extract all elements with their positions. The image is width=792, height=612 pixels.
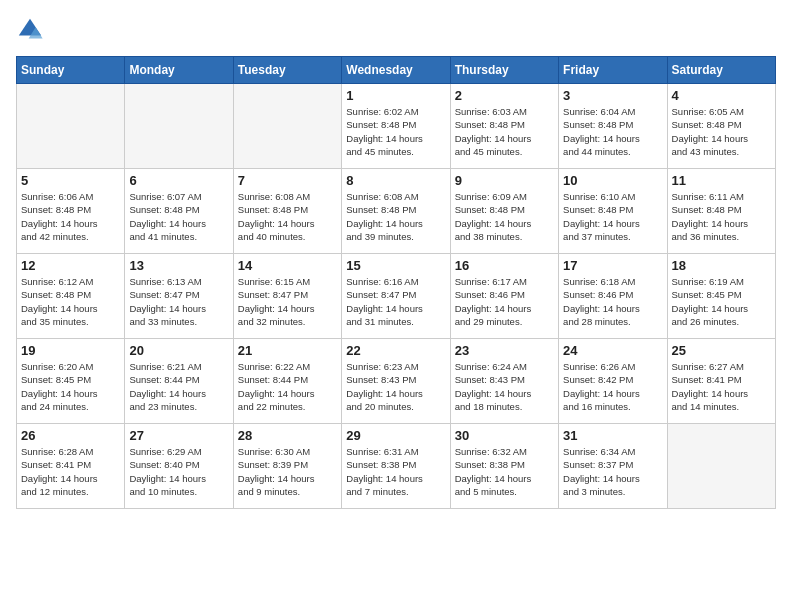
day-info: Sunrise: 6:21 AM Sunset: 8:44 PM Dayligh…: [129, 360, 228, 413]
day-number: 20: [129, 343, 228, 358]
calendar-cell: 10Sunrise: 6:10 AM Sunset: 8:48 PM Dayli…: [559, 169, 667, 254]
calendar-cell: 20Sunrise: 6:21 AM Sunset: 8:44 PM Dayli…: [125, 339, 233, 424]
day-header: Saturday: [667, 57, 775, 84]
day-info: Sunrise: 6:23 AM Sunset: 8:43 PM Dayligh…: [346, 360, 445, 413]
day-number: 15: [346, 258, 445, 273]
day-info: Sunrise: 6:03 AM Sunset: 8:48 PM Dayligh…: [455, 105, 554, 158]
calendar-cell: 8Sunrise: 6:08 AM Sunset: 8:48 PM Daylig…: [342, 169, 450, 254]
day-number: 31: [563, 428, 662, 443]
day-info: Sunrise: 6:16 AM Sunset: 8:47 PM Dayligh…: [346, 275, 445, 328]
day-info: Sunrise: 6:18 AM Sunset: 8:46 PM Dayligh…: [563, 275, 662, 328]
day-header: Sunday: [17, 57, 125, 84]
calendar-cell: 28Sunrise: 6:30 AM Sunset: 8:39 PM Dayli…: [233, 424, 341, 509]
day-header: Thursday: [450, 57, 558, 84]
day-info: Sunrise: 6:34 AM Sunset: 8:37 PM Dayligh…: [563, 445, 662, 498]
calendar-cell: 16Sunrise: 6:17 AM Sunset: 8:46 PM Dayli…: [450, 254, 558, 339]
calendar-cell: 11Sunrise: 6:11 AM Sunset: 8:48 PM Dayli…: [667, 169, 775, 254]
day-number: 22: [346, 343, 445, 358]
calendar-cell: [125, 84, 233, 169]
day-info: Sunrise: 6:22 AM Sunset: 8:44 PM Dayligh…: [238, 360, 337, 413]
day-number: 2: [455, 88, 554, 103]
calendar-cell: 4Sunrise: 6:05 AM Sunset: 8:48 PM Daylig…: [667, 84, 775, 169]
calendar-cell: 14Sunrise: 6:15 AM Sunset: 8:47 PM Dayli…: [233, 254, 341, 339]
day-info: Sunrise: 6:28 AM Sunset: 8:41 PM Dayligh…: [21, 445, 120, 498]
day-info: Sunrise: 6:31 AM Sunset: 8:38 PM Dayligh…: [346, 445, 445, 498]
calendar-cell: 5Sunrise: 6:06 AM Sunset: 8:48 PM Daylig…: [17, 169, 125, 254]
calendar-cell: 31Sunrise: 6:34 AM Sunset: 8:37 PM Dayli…: [559, 424, 667, 509]
day-info: Sunrise: 6:08 AM Sunset: 8:48 PM Dayligh…: [346, 190, 445, 243]
calendar-cell: 18Sunrise: 6:19 AM Sunset: 8:45 PM Dayli…: [667, 254, 775, 339]
calendar-table: SundayMondayTuesdayWednesdayThursdayFrid…: [16, 56, 776, 509]
day-number: 16: [455, 258, 554, 273]
day-info: Sunrise: 6:08 AM Sunset: 8:48 PM Dayligh…: [238, 190, 337, 243]
day-header: Friday: [559, 57, 667, 84]
day-info: Sunrise: 6:10 AM Sunset: 8:48 PM Dayligh…: [563, 190, 662, 243]
day-number: 28: [238, 428, 337, 443]
day-number: 6: [129, 173, 228, 188]
day-number: 14: [238, 258, 337, 273]
calendar-cell: 13Sunrise: 6:13 AM Sunset: 8:47 PM Dayli…: [125, 254, 233, 339]
calendar-cell: 3Sunrise: 6:04 AM Sunset: 8:48 PM Daylig…: [559, 84, 667, 169]
calendar-week-row: 5Sunrise: 6:06 AM Sunset: 8:48 PM Daylig…: [17, 169, 776, 254]
calendar-week-row: 19Sunrise: 6:20 AM Sunset: 8:45 PM Dayli…: [17, 339, 776, 424]
day-info: Sunrise: 6:12 AM Sunset: 8:48 PM Dayligh…: [21, 275, 120, 328]
calendar-cell: 6Sunrise: 6:07 AM Sunset: 8:48 PM Daylig…: [125, 169, 233, 254]
day-number: 1: [346, 88, 445, 103]
calendar-week-row: 1Sunrise: 6:02 AM Sunset: 8:48 PM Daylig…: [17, 84, 776, 169]
day-number: 7: [238, 173, 337, 188]
calendar-cell: [667, 424, 775, 509]
day-number: 25: [672, 343, 771, 358]
day-number: 23: [455, 343, 554, 358]
day-info: Sunrise: 6:13 AM Sunset: 8:47 PM Dayligh…: [129, 275, 228, 328]
day-number: 11: [672, 173, 771, 188]
day-number: 13: [129, 258, 228, 273]
calendar-cell: 12Sunrise: 6:12 AM Sunset: 8:48 PM Dayli…: [17, 254, 125, 339]
day-info: Sunrise: 6:20 AM Sunset: 8:45 PM Dayligh…: [21, 360, 120, 413]
day-info: Sunrise: 6:26 AM Sunset: 8:42 PM Dayligh…: [563, 360, 662, 413]
day-info: Sunrise: 6:27 AM Sunset: 8:41 PM Dayligh…: [672, 360, 771, 413]
day-info: Sunrise: 6:24 AM Sunset: 8:43 PM Dayligh…: [455, 360, 554, 413]
logo-icon: [16, 16, 44, 44]
day-info: Sunrise: 6:15 AM Sunset: 8:47 PM Dayligh…: [238, 275, 337, 328]
calendar-cell: [233, 84, 341, 169]
day-number: 29: [346, 428, 445, 443]
day-info: Sunrise: 6:04 AM Sunset: 8:48 PM Dayligh…: [563, 105, 662, 158]
day-number: 19: [21, 343, 120, 358]
calendar-cell: 23Sunrise: 6:24 AM Sunset: 8:43 PM Dayli…: [450, 339, 558, 424]
day-number: 26: [21, 428, 120, 443]
day-info: Sunrise: 6:29 AM Sunset: 8:40 PM Dayligh…: [129, 445, 228, 498]
calendar-cell: 15Sunrise: 6:16 AM Sunset: 8:47 PM Dayli…: [342, 254, 450, 339]
logo: [16, 16, 48, 44]
calendar-cell: 30Sunrise: 6:32 AM Sunset: 8:38 PM Dayli…: [450, 424, 558, 509]
calendar-cell: 19Sunrise: 6:20 AM Sunset: 8:45 PM Dayli…: [17, 339, 125, 424]
day-info: Sunrise: 6:11 AM Sunset: 8:48 PM Dayligh…: [672, 190, 771, 243]
day-number: 5: [21, 173, 120, 188]
day-header: Wednesday: [342, 57, 450, 84]
day-info: Sunrise: 6:32 AM Sunset: 8:38 PM Dayligh…: [455, 445, 554, 498]
day-number: 3: [563, 88, 662, 103]
day-number: 27: [129, 428, 228, 443]
calendar-cell: 1Sunrise: 6:02 AM Sunset: 8:48 PM Daylig…: [342, 84, 450, 169]
calendar-cell: 25Sunrise: 6:27 AM Sunset: 8:41 PM Dayli…: [667, 339, 775, 424]
day-number: 4: [672, 88, 771, 103]
calendar-cell: 21Sunrise: 6:22 AM Sunset: 8:44 PM Dayli…: [233, 339, 341, 424]
day-number: 17: [563, 258, 662, 273]
day-number: 9: [455, 173, 554, 188]
calendar-week-row: 12Sunrise: 6:12 AM Sunset: 8:48 PM Dayli…: [17, 254, 776, 339]
page-header: [16, 16, 776, 44]
calendar-cell: 26Sunrise: 6:28 AM Sunset: 8:41 PM Dayli…: [17, 424, 125, 509]
calendar-cell: 2Sunrise: 6:03 AM Sunset: 8:48 PM Daylig…: [450, 84, 558, 169]
day-info: Sunrise: 6:09 AM Sunset: 8:48 PM Dayligh…: [455, 190, 554, 243]
day-number: 21: [238, 343, 337, 358]
day-info: Sunrise: 6:05 AM Sunset: 8:48 PM Dayligh…: [672, 105, 771, 158]
day-number: 18: [672, 258, 771, 273]
calendar-cell: 27Sunrise: 6:29 AM Sunset: 8:40 PM Dayli…: [125, 424, 233, 509]
calendar-week-row: 26Sunrise: 6:28 AM Sunset: 8:41 PM Dayli…: [17, 424, 776, 509]
day-info: Sunrise: 6:17 AM Sunset: 8:46 PM Dayligh…: [455, 275, 554, 328]
calendar-cell: [17, 84, 125, 169]
calendar-cell: 17Sunrise: 6:18 AM Sunset: 8:46 PM Dayli…: [559, 254, 667, 339]
calendar-cell: 7Sunrise: 6:08 AM Sunset: 8:48 PM Daylig…: [233, 169, 341, 254]
calendar-cell: 29Sunrise: 6:31 AM Sunset: 8:38 PM Dayli…: [342, 424, 450, 509]
day-header: Tuesday: [233, 57, 341, 84]
day-info: Sunrise: 6:02 AM Sunset: 8:48 PM Dayligh…: [346, 105, 445, 158]
